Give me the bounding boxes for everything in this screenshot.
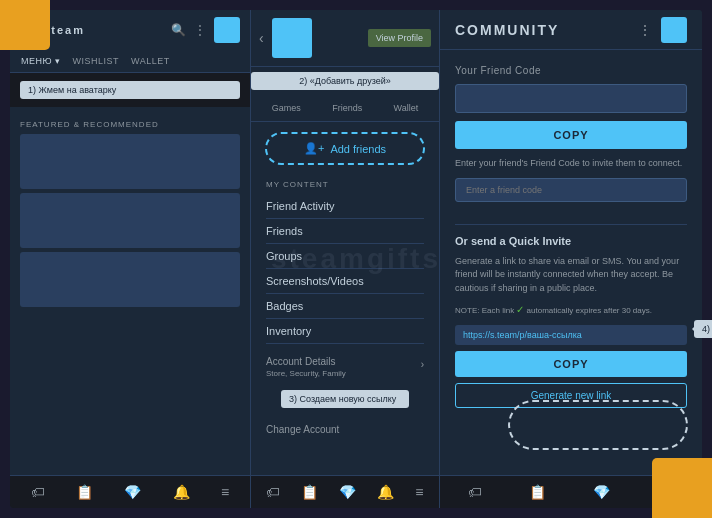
quick-invite-text: Generate a link to share via email or SM… bbox=[455, 255, 687, 296]
game-thumb-1 bbox=[20, 134, 240, 189]
right-panel: COMMUNITY ⋮ Your Friend Code COPY Enter … bbox=[440, 10, 702, 508]
header-icons: 🔍 ⋮ bbox=[170, 17, 240, 43]
right-content: Your Friend Code COPY Enter your friend'… bbox=[440, 50, 702, 475]
mid-nav-icon-library[interactable]: 📋 bbox=[301, 484, 318, 500]
enter-friend-code-input[interactable] bbox=[455, 178, 687, 202]
chevron-right-icon: › bbox=[421, 359, 424, 370]
my-content-label: MY CONTENT bbox=[251, 175, 439, 194]
tooltip-avatar: 1) Жмем на аватарку bbox=[20, 81, 240, 99]
account-details-row[interactable]: Account Details Store, Security, Family … bbox=[251, 344, 439, 384]
nav-icon-diamond[interactable]: 💎 bbox=[124, 484, 141, 500]
tooltip-add-friends: 2) «Добавить друзей» bbox=[251, 72, 439, 90]
more-icon[interactable]: ⋮ bbox=[192, 22, 208, 38]
check-icon: ✓ bbox=[516, 304, 524, 315]
divider bbox=[455, 224, 687, 225]
friend-code-helper: Enter your friend's Friend Code to invit… bbox=[455, 157, 687, 170]
profile-header: ‹ View Profile bbox=[251, 10, 439, 67]
user-avatar[interactable] bbox=[214, 17, 240, 43]
gift-decoration-br bbox=[652, 458, 712, 518]
community-more-icon[interactable]: ⋮ bbox=[638, 22, 653, 38]
mid-nav-icon-tag[interactable]: 🏷 bbox=[266, 484, 280, 500]
right-nav-icon-diamond[interactable]: 💎 bbox=[593, 484, 610, 500]
note-text: NOTE: Each link ✓ automatically expires … bbox=[455, 303, 687, 317]
tooltip-generate-link: 3) Создаем новую ссылку bbox=[281, 390, 409, 408]
generate-link-button[interactable]: Generate new link bbox=[455, 383, 687, 408]
search-icon[interactable]: 🔍 bbox=[170, 22, 186, 38]
game-thumb-2 bbox=[20, 193, 240, 248]
community-avatar[interactable] bbox=[661, 17, 687, 43]
nav-icon-library[interactable]: 📋 bbox=[76, 484, 93, 500]
account-details-sub: Store, Security, Family bbox=[266, 369, 346, 378]
main-container: ⚙ Steam 🔍 ⋮ МЕНЮ ▾ WISHLIST WALLET 1) Жм… bbox=[10, 10, 702, 508]
game-thumb-3 bbox=[20, 252, 240, 307]
menu-item-screenshots[interactable]: Screenshots/Videos bbox=[266, 269, 424, 294]
nav-icon-tag[interactable]: 🏷 bbox=[31, 484, 45, 500]
wallet-tab[interactable]: Wallet bbox=[389, 100, 424, 116]
menu-item-inventory[interactable]: Inventory bbox=[266, 319, 424, 344]
middle-bottom-nav: 🏷 📋 💎 🔔 ≡ bbox=[251, 475, 439, 508]
copy-friend-code-button[interactable]: COPY bbox=[455, 121, 687, 149]
middle-panel: ‹ View Profile 2) «Добавить друзей» Game… bbox=[250, 10, 440, 508]
mid-nav-icon-bell[interactable]: 🔔 bbox=[377, 484, 394, 500]
add-friends-icon: 👤+ bbox=[304, 142, 324, 155]
friend-code-label: Your Friend Code bbox=[455, 65, 687, 76]
menu-item-groups[interactable]: Groups bbox=[266, 244, 424, 269]
back-arrow-icon[interactable]: ‹ bbox=[259, 30, 264, 46]
note-body: automatically expires after 30 days. bbox=[527, 306, 652, 315]
menu-item-friend-activity[interactable]: Friend Activity bbox=[266, 194, 424, 219]
nav-icon-bell[interactable]: 🔔 bbox=[173, 484, 190, 500]
quick-invite-title: Or send a Quick Invite bbox=[455, 235, 687, 247]
right-nav-icon-library[interactable]: 📋 bbox=[529, 484, 546, 500]
nav-tabs: МЕНЮ ▾ WISHLIST WALLET bbox=[10, 50, 250, 73]
left-bottom-nav: 🏷 📋 💎 🔔 ≡ bbox=[10, 475, 250, 508]
nav-icon-menu[interactable]: ≡ bbox=[221, 484, 229, 500]
mid-nav-icon-menu[interactable]: ≡ bbox=[415, 484, 423, 500]
copy-link-button[interactable]: COPY bbox=[455, 351, 687, 377]
profile-nav-tabs: Games Friends Wallet bbox=[251, 95, 439, 122]
left-content: FEATURED & RECOMMENDED bbox=[10, 107, 250, 475]
add-friends-button[interactable]: 👤+ Add friends bbox=[265, 132, 425, 165]
game-thumbnails bbox=[15, 134, 245, 307]
note-prefix: NOTE: Each link bbox=[455, 306, 516, 315]
right-nav-icon-tag[interactable]: 🏷 bbox=[468, 484, 482, 500]
mid-nav-icon-diamond[interactable]: 💎 bbox=[339, 484, 356, 500]
add-friends-label: Add friends bbox=[330, 143, 386, 155]
account-details-label: Account Details bbox=[266, 350, 346, 369]
profile-avatar bbox=[272, 18, 312, 58]
menu-item-badges[interactable]: Badges bbox=[266, 294, 424, 319]
community-header-right: ⋮ bbox=[638, 17, 687, 43]
change-account-label[interactable]: Change Account bbox=[266, 418, 424, 437]
friends-tab[interactable]: Friends bbox=[327, 100, 367, 116]
featured-label: FEATURED & RECOMMENDED bbox=[20, 120, 240, 129]
wallet-tab[interactable]: WALLET bbox=[125, 50, 176, 72]
menu-items-list: Friend Activity Friends Groups Screensho… bbox=[251, 194, 439, 344]
community-title: COMMUNITY bbox=[455, 22, 559, 38]
gift-decoration-tl bbox=[0, 0, 50, 50]
left-panel: ⚙ Steam 🔍 ⋮ МЕНЮ ▾ WISHLIST WALLET 1) Жм… bbox=[10, 10, 250, 508]
friend-code-input[interactable] bbox=[455, 84, 687, 113]
menu-tab[interactable]: МЕНЮ ▾ bbox=[15, 50, 67, 72]
menu-item-friends[interactable]: Friends bbox=[266, 219, 424, 244]
invite-link-url: https://s.team/p/ваша-ссылка bbox=[455, 325, 687, 345]
wishlist-tab[interactable]: WISHLIST bbox=[67, 50, 126, 72]
community-header: COMMUNITY ⋮ bbox=[440, 10, 702, 50]
view-profile-button[interactable]: View Profile bbox=[368, 29, 431, 47]
games-tab[interactable]: Games bbox=[267, 100, 306, 116]
